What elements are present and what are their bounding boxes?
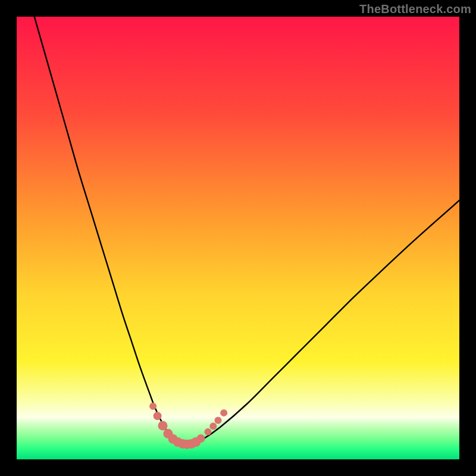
marker-dot: [220, 409, 227, 416]
outer-frame: TheBottleneck.com: [0, 0, 476, 476]
gradient-background: [17, 17, 459, 459]
marker-dot: [149, 403, 156, 410]
marker-dot: [158, 421, 168, 430]
marker-dot: [215, 417, 222, 424]
marker-dot: [204, 428, 211, 436]
marker-dot: [197, 434, 205, 443]
chart-svg: [17, 17, 459, 459]
marker-dot: [209, 422, 217, 430]
plot-area: [17, 17, 459, 459]
marker-dot: [154, 412, 162, 420]
watermark-text: TheBottleneck.com: [359, 2, 471, 16]
